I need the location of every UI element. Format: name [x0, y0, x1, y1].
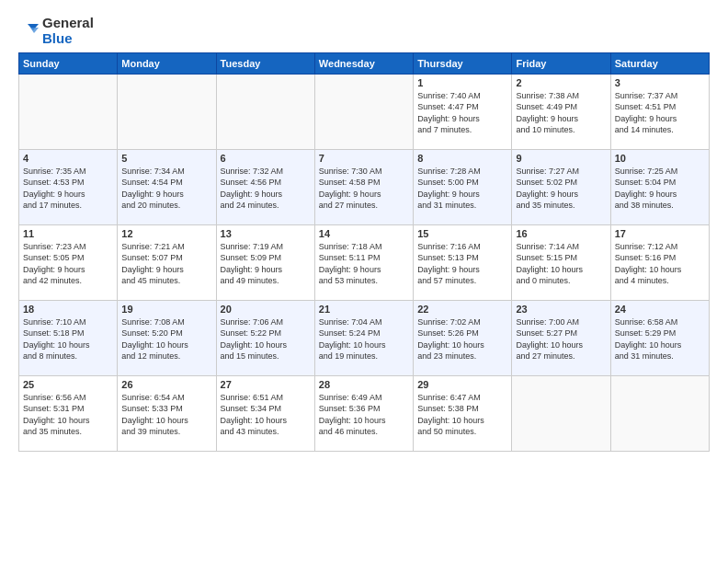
calendar-day-empty [610, 375, 709, 451]
day-info: Sunrise: 6:51 AM Sunset: 5:34 PM Dayligh… [221, 392, 311, 438]
day-info: Sunrise: 7:27 AM Sunset: 5:02 PM Dayligh… [516, 166, 606, 212]
day-info: Sunrise: 7:19 AM Sunset: 5:09 PM Dayligh… [221, 241, 311, 287]
day-number: 27 [221, 379, 311, 390]
calendar-day-26: 26Sunrise: 6:54 AM Sunset: 5:33 PM Dayli… [118, 375, 216, 451]
calendar-header-sunday: Sunday [19, 52, 118, 74]
day-info: Sunrise: 7:28 AM Sunset: 5:00 PM Dayligh… [417, 166, 507, 212]
day-number: 26 [121, 379, 211, 390]
calendar-day-20: 20Sunrise: 7:06 AM Sunset: 5:22 PM Dayli… [216, 300, 314, 375]
day-number: 1 [417, 77, 507, 88]
calendar-day-9: 9Sunrise: 7:27 AM Sunset: 5:02 PM Daylig… [512, 149, 610, 224]
calendar-day-27: 27Sunrise: 6:51 AM Sunset: 5:34 PM Dayli… [216, 375, 314, 451]
logo-bird-icon [18, 22, 39, 39]
day-number: 5 [121, 153, 211, 164]
day-info: Sunrise: 7:38 AM Sunset: 4:49 PM Dayligh… [516, 90, 606, 136]
day-number: 3 [615, 77, 705, 88]
calendar-day-empty [512, 375, 610, 451]
day-number: 28 [319, 379, 409, 390]
day-number: 20 [221, 304, 311, 315]
calendar-day-25: 25Sunrise: 6:56 AM Sunset: 5:31 PM Dayli… [19, 375, 118, 451]
calendar-day-5: 5Sunrise: 7:34 AM Sunset: 4:54 PM Daylig… [118, 149, 216, 224]
calendar-day-28: 28Sunrise: 6:49 AM Sunset: 5:36 PM Dayli… [314, 375, 413, 451]
day-number: 10 [615, 153, 705, 164]
day-info: Sunrise: 7:32 AM Sunset: 4:56 PM Dayligh… [221, 166, 311, 212]
day-info: Sunrise: 7:34 AM Sunset: 4:54 PM Dayligh… [121, 166, 211, 212]
day-number: 14 [319, 228, 409, 239]
day-info: Sunrise: 7:00 AM Sunset: 5:27 PM Dayligh… [516, 316, 606, 362]
calendar-day-3: 3Sunrise: 7:37 AM Sunset: 4:51 PM Daylig… [610, 74, 709, 149]
day-info: Sunrise: 7:04 AM Sunset: 5:24 PM Dayligh… [319, 316, 409, 362]
day-number: 18 [23, 304, 113, 315]
day-number: 7 [319, 153, 409, 164]
day-number: 16 [516, 228, 606, 239]
logo: General Blue [18, 15, 94, 47]
calendar-day-15: 15Sunrise: 7:16 AM Sunset: 5:13 PM Dayli… [414, 224, 512, 300]
day-info: Sunrise: 7:06 AM Sunset: 5:22 PM Dayligh… [221, 316, 311, 362]
day-number: 17 [615, 228, 705, 239]
calendar-day-8: 8Sunrise: 7:28 AM Sunset: 5:00 PM Daylig… [414, 149, 512, 224]
calendar-header-saturday: Saturday [610, 52, 709, 74]
calendar-day-6: 6Sunrise: 7:32 AM Sunset: 4:56 PM Daylig… [216, 149, 314, 224]
day-number: 4 [23, 153, 113, 164]
calendar-day-24: 24Sunrise: 6:58 AM Sunset: 5:29 PM Dayli… [610, 300, 709, 375]
day-number: 11 [23, 228, 113, 239]
day-info: Sunrise: 6:58 AM Sunset: 5:29 PM Dayligh… [615, 316, 705, 362]
calendar: SundayMondayTuesdayWednesdayThursdayFrid… [18, 52, 710, 452]
calendar-day-17: 17Sunrise: 7:12 AM Sunset: 5:16 PM Dayli… [610, 224, 709, 300]
day-number: 25 [23, 379, 113, 390]
calendar-week-row: 4Sunrise: 7:35 AM Sunset: 4:53 PM Daylig… [19, 149, 710, 224]
day-info: Sunrise: 7:18 AM Sunset: 5:11 PM Dayligh… [319, 241, 409, 287]
day-number: 13 [221, 228, 311, 239]
day-number: 19 [121, 304, 211, 315]
calendar-week-row: 25Sunrise: 6:56 AM Sunset: 5:31 PM Dayli… [19, 375, 710, 451]
header: General Blue [18, 15, 710, 47]
day-info: Sunrise: 7:10 AM Sunset: 5:18 PM Dayligh… [23, 316, 113, 362]
calendar-day-7: 7Sunrise: 7:30 AM Sunset: 4:58 PM Daylig… [314, 149, 413, 224]
calendar-header-thursday: Thursday [414, 52, 512, 74]
day-number: 6 [221, 153, 311, 164]
calendar-day-12: 12Sunrise: 7:21 AM Sunset: 5:07 PM Dayli… [118, 224, 216, 300]
logo-general: General [42, 15, 94, 30]
calendar-day-4: 4Sunrise: 7:35 AM Sunset: 4:53 PM Daylig… [19, 149, 118, 224]
day-number: 24 [615, 304, 705, 315]
calendar-day-16: 16Sunrise: 7:14 AM Sunset: 5:15 PM Dayli… [512, 224, 610, 300]
calendar-header-monday: Monday [118, 52, 216, 74]
day-number: 9 [516, 153, 606, 164]
calendar-week-row: 18Sunrise: 7:10 AM Sunset: 5:18 PM Dayli… [19, 300, 710, 375]
page: General Blue SundayMondayTuesdayWednesda… [0, 0, 728, 563]
day-info: Sunrise: 7:37 AM Sunset: 4:51 PM Dayligh… [615, 90, 705, 136]
calendar-day-empty [118, 74, 216, 149]
calendar-day-21: 21Sunrise: 7:04 AM Sunset: 5:24 PM Dayli… [314, 300, 413, 375]
calendar-day-19: 19Sunrise: 7:08 AM Sunset: 5:20 PM Dayli… [118, 300, 216, 375]
day-info: Sunrise: 7:40 AM Sunset: 4:47 PM Dayligh… [417, 90, 507, 136]
calendar-day-13: 13Sunrise: 7:19 AM Sunset: 5:09 PM Dayli… [216, 224, 314, 300]
day-info: Sunrise: 7:23 AM Sunset: 5:05 PM Dayligh… [23, 241, 113, 287]
calendar-week-row: 1Sunrise: 7:40 AM Sunset: 4:47 PM Daylig… [19, 74, 710, 149]
calendar-day-11: 11Sunrise: 7:23 AM Sunset: 5:05 PM Dayli… [19, 224, 118, 300]
calendar-day-1: 1Sunrise: 7:40 AM Sunset: 4:47 PM Daylig… [414, 74, 512, 149]
calendar-day-22: 22Sunrise: 7:02 AM Sunset: 5:26 PM Dayli… [414, 300, 512, 375]
day-number: 2 [516, 77, 606, 88]
calendar-header-tuesday: Tuesday [216, 52, 314, 74]
calendar-header-row: SundayMondayTuesdayWednesdayThursdayFrid… [19, 52, 710, 74]
day-info: Sunrise: 7:16 AM Sunset: 5:13 PM Dayligh… [417, 241, 507, 287]
day-number: 8 [417, 153, 507, 164]
calendar-day-empty [19, 74, 118, 149]
logo-blue: Blue [42, 30, 94, 46]
day-info: Sunrise: 7:35 AM Sunset: 4:53 PM Dayligh… [23, 166, 113, 212]
calendar-day-empty [314, 74, 413, 149]
calendar-day-23: 23Sunrise: 7:00 AM Sunset: 5:27 PM Dayli… [512, 300, 610, 375]
day-info: Sunrise: 7:21 AM Sunset: 5:07 PM Dayligh… [121, 241, 211, 287]
day-info: Sunrise: 6:56 AM Sunset: 5:31 PM Dayligh… [23, 392, 113, 438]
calendar-day-10: 10Sunrise: 7:25 AM Sunset: 5:04 PM Dayli… [610, 149, 709, 224]
day-info: Sunrise: 7:02 AM Sunset: 5:26 PM Dayligh… [417, 316, 507, 362]
svg-marker-1 [30, 28, 39, 33]
calendar-day-2: 2Sunrise: 7:38 AM Sunset: 4:49 PM Daylig… [512, 74, 610, 149]
day-info: Sunrise: 7:14 AM Sunset: 5:15 PM Dayligh… [516, 241, 606, 287]
calendar-day-18: 18Sunrise: 7:10 AM Sunset: 5:18 PM Dayli… [19, 300, 118, 375]
day-info: Sunrise: 7:25 AM Sunset: 5:04 PM Dayligh… [615, 166, 705, 212]
day-number: 22 [417, 304, 507, 315]
day-number: 12 [121, 228, 211, 239]
day-info: Sunrise: 6:49 AM Sunset: 5:36 PM Dayligh… [319, 392, 409, 438]
calendar-day-14: 14Sunrise: 7:18 AM Sunset: 5:11 PM Dayli… [314, 224, 413, 300]
